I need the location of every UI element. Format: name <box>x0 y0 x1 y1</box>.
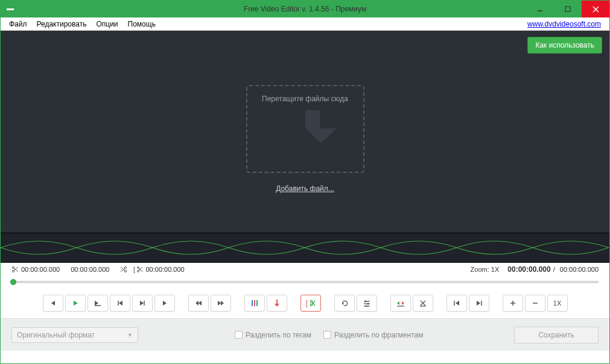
menu-help[interactable]: Помощь <box>123 19 160 30</box>
svg-marker-19 <box>95 301 98 306</box>
svg-marker-54 <box>456 301 459 306</box>
checkbox-icon <box>235 331 243 339</box>
split-by-fragments-checkbox[interactable]: Разделить по фрагментам <box>323 331 423 339</box>
settings-button[interactable] <box>357 295 377 312</box>
total-duration: 00:00:00.000 <box>560 266 599 273</box>
add-file-link[interactable]: Добавить файл... <box>276 184 334 193</box>
svg-marker-47 <box>397 301 399 305</box>
scissors-bracket-icon: [ <box>133 266 143 273</box>
go-end-button[interactable] <box>132 295 153 312</box>
how-to-use-button[interactable]: Как использовать <box>527 37 602 54</box>
time-info-bar: 00:00:00.000 00:00:00.000 [ 00:00:00.000… <box>1 263 609 276</box>
preview-area: Как использовать Перетащите файлы сюда Д… <box>1 31 609 233</box>
cut-mid-time: 00:00:00.000 <box>71 266 109 273</box>
svg-point-44 <box>367 303 369 305</box>
cut-start-time: 00:00:00.000 <box>21 266 60 273</box>
skip-back-button[interactable] <box>188 295 209 312</box>
seek-slider-row <box>1 276 609 288</box>
svg-marker-48 <box>402 301 404 305</box>
checkbox-icon <box>323 331 331 339</box>
bracket-right-button[interactable] <box>469 295 489 312</box>
play-to-end-button[interactable] <box>87 295 108 312</box>
next-frame-button[interactable] <box>154 295 175 312</box>
skip-forward-button[interactable] <box>211 295 231 312</box>
svg-rect-1 <box>565 7 570 11</box>
drop-zone-label: Перетащите файлы сюда <box>247 95 363 103</box>
svg-point-46 <box>365 306 367 307</box>
split-by-tags-label: Разделить по тегам <box>246 331 311 339</box>
split-by-tags-checkbox[interactable]: Разделить по тегам <box>235 331 311 339</box>
close-button[interactable] <box>582 1 609 17</box>
svg-marker-25 <box>163 301 167 306</box>
format-dropdown-label: Оригинальный формат <box>17 331 95 339</box>
svg-marker-23 <box>140 301 144 306</box>
save-button[interactable]: Сохранить <box>514 327 599 344</box>
split-by-fragments-label: Разделить по фрагментам <box>334 331 423 339</box>
svg-marker-28 <box>218 301 221 306</box>
chevron-down-icon: ▼ <box>127 332 133 338</box>
svg-marker-17 <box>51 301 55 306</box>
zoom-out-button[interactable] <box>525 295 545 312</box>
cut-button[interactable]: [ <box>300 295 321 312</box>
svg-marker-27 <box>199 301 202 306</box>
trash-button[interactable] <box>413 295 433 312</box>
svg-marker-34 <box>275 304 279 307</box>
svg-marker-26 <box>195 301 199 306</box>
merge-in-button[interactable] <box>390 295 411 312</box>
svg-marker-22 <box>119 301 122 306</box>
prev-frame-button[interactable] <box>43 295 63 312</box>
svg-marker-55 <box>477 301 480 306</box>
app-icon <box>7 8 14 10</box>
minimize-button[interactable] <box>526 1 554 17</box>
menu-edit[interactable]: Редактировать <box>32 19 92 30</box>
svg-marker-29 <box>221 301 224 306</box>
svg-text:[: [ <box>133 266 135 273</box>
svg-point-42 <box>364 301 366 303</box>
bracket-left-button[interactable] <box>446 295 467 312</box>
scissors-open-icon <box>11 266 19 273</box>
zoom-label: Zoom: 1X <box>471 266 500 273</box>
go-start-button[interactable] <box>110 295 130 312</box>
bracket-time: 00:00:00.000 <box>145 266 184 273</box>
svg-point-13 <box>138 267 139 269</box>
menu-options[interactable]: Опции <box>91 19 122 30</box>
current-position: 00:00:00.000 <box>507 265 550 274</box>
drop-zone[interactable]: Перетащите файлы сюда <box>246 85 364 173</box>
bottom-bar: Оригинальный формат ▼ Разделить по тегам… <box>1 318 609 351</box>
menu-file[interactable]: Файл <box>4 19 32 30</box>
menubar: Файл Редактировать Опции Помощь www.dvdv… <box>1 17 609 31</box>
playback-toolbar: [ 1X <box>1 288 609 318</box>
zoom-reset-button[interactable]: 1X <box>547 295 568 312</box>
svg-marker-18 <box>74 301 78 306</box>
zoom-in-button[interactable] <box>503 295 523 312</box>
waveform-panel <box>1 233 609 263</box>
maximize-button[interactable] <box>554 1 582 17</box>
window-title: Free Video Editor v. 1.4.56 - Премиум <box>1 5 609 13</box>
marker-down-button[interactable] <box>267 295 287 312</box>
rotate-button[interactable] <box>334 295 355 312</box>
seek-thumb[interactable] <box>10 279 16 285</box>
seek-slider[interactable] <box>11 281 599 283</box>
svg-text:[: [ <box>306 299 308 307</box>
play-button[interactable] <box>65 295 86 312</box>
titlebar: Free Video Editor v. 1.4.56 - Премиум <box>1 1 609 17</box>
format-dropdown[interactable]: Оригинальный формат ▼ <box>11 327 138 343</box>
time-separator: / <box>553 266 555 273</box>
svg-point-14 <box>138 271 139 272</box>
website-link[interactable]: www.dvdvideosoft.com <box>527 20 601 28</box>
scissors-close-icon <box>120 266 127 273</box>
markers-button[interactable] <box>244 295 265 312</box>
